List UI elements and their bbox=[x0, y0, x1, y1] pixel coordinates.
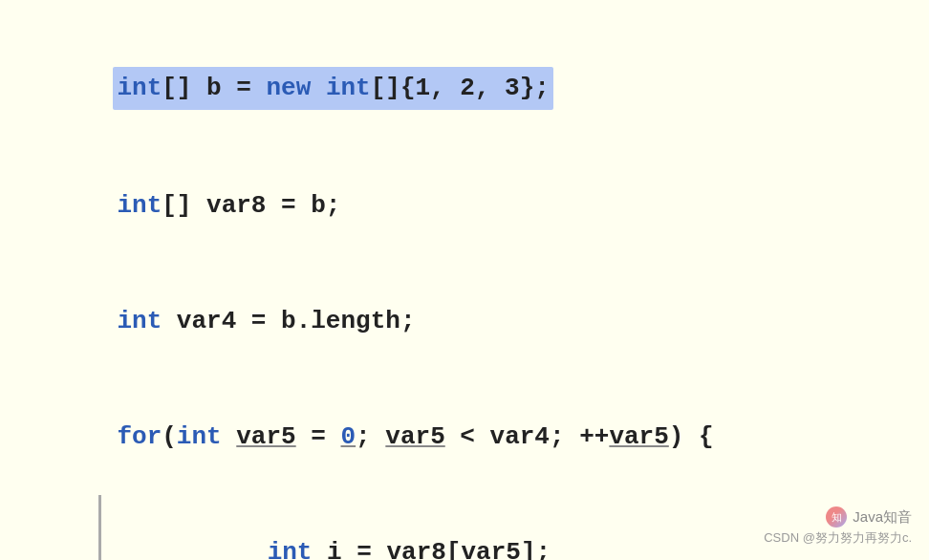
code-line-1: int[] b = new int[]{1, 2, 3}; bbox=[57, 29, 872, 148]
code-line-5: int i = var8[var5]; bbox=[101, 495, 872, 560]
brand-logo: 知 bbox=[826, 506, 847, 528]
logo-icon: 知 bbox=[826, 506, 847, 528]
highlighted-code: int[] b = new int[]{1, 2, 3}; bbox=[113, 67, 553, 109]
loop-body: int i = var8[var5]; System.out.println(i… bbox=[98, 495, 872, 560]
svg-text:知: 知 bbox=[832, 511, 842, 523]
code-container: int[] b = new int[]{1, 2, 3}; int[] var8… bbox=[0, 0, 929, 560]
code-line-4: for(int var5 = 0; var5 < var4; ++var5) { bbox=[57, 379, 872, 495]
watermark-csdn: CSDN @努力努力再努力c. bbox=[764, 529, 912, 547]
code-line-2: int[] var8 = b; bbox=[57, 148, 872, 264]
brand-text: Java知音 bbox=[853, 508, 912, 527]
watermark: 知 Java知音 CSDN @努力努力再努力c. bbox=[764, 506, 912, 547]
watermark-brand: 知 Java知音 bbox=[826, 506, 912, 528]
code-line-3: int var4 = b.length; bbox=[57, 264, 872, 379]
